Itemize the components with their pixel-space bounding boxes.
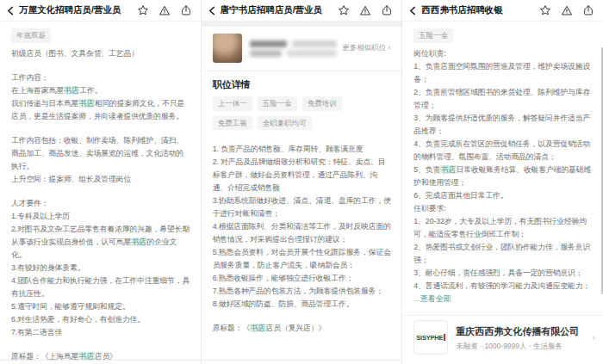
star-icon[interactable] xyxy=(137,4,149,16)
paragraph-gap xyxy=(11,339,190,350)
tag-pill: 全职兼职均可 xyxy=(258,116,312,131)
keyword-highlight: 书店 xyxy=(78,99,94,108)
tag-pill: 五险一金 xyxy=(258,96,297,111)
page-title: 唐宁书店招聘店员/营业员 xyxy=(221,4,339,16)
company-card[interactable]: SiSYPHE 重庆西西弗文化传播有限公司 未融资 · 1000-9999人 ·… xyxy=(402,316,603,364)
body-line: 6.对生活热爱，有好奇心，有创造力佳。 xyxy=(11,313,190,326)
header-icons xyxy=(539,4,594,16)
page-title: 万屋文化招聘店员/营业员 xyxy=(19,4,137,16)
body-line: 4、普通话流利，有较强的学习能力及沟通应变能力； xyxy=(413,280,593,293)
share-icon[interactable] xyxy=(582,4,594,16)
body-line: 2、热爱图书或文创行业，团队协作能力佳，服务意识强； xyxy=(413,241,593,267)
body-line: 8.做好区域的防盗、防损、商品管理工作。 xyxy=(213,298,392,311)
keyword-highlight: 书店 xyxy=(440,165,456,174)
body-line: 3.有较好的身体质素。 xyxy=(11,262,190,275)
company-meta: 未融资 · 1000-9999人 · 生活服务 xyxy=(456,342,589,352)
keyword-highlight: 书店 xyxy=(131,238,146,246)
paragraph-gap xyxy=(11,186,190,197)
tag-pill: 免费工装 xyxy=(213,116,252,131)
back-chevron-icon[interactable] xyxy=(208,6,217,15)
body-line: 岗位职责: xyxy=(413,47,593,60)
tag-row: 年底双薪 xyxy=(11,26,190,47)
body-line: 5.熟悉会员资料，对会员开展个性化跟踪服务，保证会员服务质量，防止客户流失，吸纳… xyxy=(213,246,392,272)
body-line: 2、负责所管辖区域图书的来货处理、陈列维护与库存管理； xyxy=(413,86,593,112)
tag-pill: 上一休一 xyxy=(213,96,252,111)
job-description: 五险一金 岗位职责:1、负责店面空间氛围的营造及管理，维护卖场设施设备；2、负责… xyxy=(402,22,603,305)
body-line: 2.对图书及文杂工艺品零售有着浓厚的兴趣，希望长期从事该行业实现自身价值，认可蔦… xyxy=(11,223,190,262)
chevron-right-icon: › xyxy=(592,332,595,342)
back-chevron-icon[interactable] xyxy=(408,6,418,15)
view-all-line: ...查看全部 xyxy=(413,293,593,305)
body-line: 6、完成店面其他日常工作。 xyxy=(413,189,593,202)
report-alert-icon[interactable] xyxy=(159,4,171,16)
body-line: 6.熟悉收银操作，能够独立进行收银工作； xyxy=(213,272,392,285)
header: 万屋文化招聘店员/营业员 xyxy=(0,0,201,22)
job-body-text: 岗位职责:1、负责店面空间氛围的营造及管理，维护卖场设施设备；2、负责所管辖区域… xyxy=(413,47,593,293)
header: 西西弗书店招聘收银 xyxy=(402,0,603,22)
body-line: 初级店员（图书、文具杂货、工艺品） xyxy=(11,47,190,60)
job-body-text: 1. 负责产品的销售额、库存周转、顾客满意度2. 对产品及品牌做细致分析和研究：… xyxy=(213,143,392,335)
star-icon[interactable] xyxy=(338,4,350,16)
publisher-card[interactable]: 更多相似职位 › xyxy=(202,27,402,71)
body-line: 5.遵守时间，能够遵守规则和规定。 xyxy=(11,300,190,313)
paragraph-gap xyxy=(213,311,392,322)
job-panel-tangning: 唐宁书店招聘店员/营业员 更多相似职位 › 职位详情 上一休一五险一金免费培训免… xyxy=(201,0,402,364)
keyword-highlight: 书店 xyxy=(250,324,265,332)
body-line: 工作内容： xyxy=(11,71,190,84)
report-alert-icon[interactable] xyxy=(561,4,573,16)
bottom-divider xyxy=(202,360,402,361)
view-all-link[interactable]: 查看全部 xyxy=(420,294,451,303)
page-title: 西西弗书店招聘收银 xyxy=(421,4,539,16)
report-alert-icon[interactable] xyxy=(359,4,371,16)
job-description: 年底双薪 初级店员（图书、文具杂货、工艺品）工作内容：在上海首家蔦屋书店工作。我… xyxy=(0,22,201,363)
body-line: 1、20-32岁，大专及以上学历，有无图书行业经验均可，能适应零售行业倒班工作制… xyxy=(413,215,593,241)
body-line: 4、负责完成所在管区的营促销任务，以及营促销活动的物料管理、氛围布置、活动商品的… xyxy=(413,138,593,163)
body-line: 我们传递与日本蔦屋书店相同的提案师文化，不只是店员，更是生活提案师，并向读者提供… xyxy=(11,97,190,123)
ellipsis: ... xyxy=(413,294,420,303)
tag-pill: 五险一金 xyxy=(413,28,453,43)
body-line: 人才要件： xyxy=(11,197,190,210)
body-line: 7.熟悉各种产品的包装方法，为顾客提供包装服务； xyxy=(213,285,392,298)
body-line: 在上海首家蔦屋书店工作。 xyxy=(11,84,190,97)
body-line: 3、为顾客提供舒适优质的服务，解答疑问并作适当产品推荐； xyxy=(413,112,593,138)
share-icon[interactable] xyxy=(381,4,393,16)
body-line: 2. 对产品及品牌做细致分析和研究：特征、卖点、目标客户群，做好会员资料管理，通… xyxy=(213,156,392,194)
job-body-text: 初级店员（图书、文具杂货、工艺品）工作内容：在上海首家蔦屋书店工作。我们传递与日… xyxy=(11,47,190,363)
chevron-right-icon: › xyxy=(389,43,391,52)
paragraph-gap xyxy=(11,60,190,71)
redacted-publisher-info xyxy=(250,38,337,59)
header-icons xyxy=(137,4,192,16)
bottom-divider xyxy=(0,360,201,361)
header-icons xyxy=(338,4,393,16)
benefit-tags: 上一休一五险一金免费培训免费工装全职兼职均可 xyxy=(213,96,392,134)
company-info: 重庆西西弗文化传播有限公司 未融资 · 1000-9999人 · 生活服务 xyxy=(456,323,589,352)
body-line: 原标题：《书店店员（复兴店）》 xyxy=(213,322,392,335)
body-line: 原标题：《上海蔦屋书店店员》 xyxy=(11,350,190,363)
keyword-highlight: 书店 xyxy=(78,352,94,361)
section-title: 职位详情 xyxy=(213,78,391,91)
back-chevron-icon[interactable] xyxy=(6,6,16,15)
body-line: 1、负责店面空间氛围的营造及管理，维护卖场设施设备； xyxy=(413,60,593,86)
body-line: 1. 负责产品的销售额、库存周转、顾客满意度 xyxy=(213,143,392,156)
share-icon[interactable] xyxy=(180,4,192,16)
keyword-highlight: 书店 xyxy=(64,86,79,95)
job-description: 1. 负责产品的销售额、库存周转、顾客满意度2. 对产品及品牌做细致分析和研究：… xyxy=(202,139,402,335)
body-line: 任职要求: xyxy=(413,202,593,215)
tag-pill: 免费培训 xyxy=(302,96,342,111)
tag-pill: 年底双薪 xyxy=(11,28,51,43)
avatar xyxy=(213,34,242,63)
body-line: 7.有第二语言佳 xyxy=(11,326,190,339)
body-line: 3、耐心仔细，责任感强烈，具备一定的营销意识； xyxy=(413,267,593,280)
body-line: 1.专科及以上学历 xyxy=(11,210,190,223)
star-icon[interactable] xyxy=(539,4,551,16)
sisyphe-logo: SiSYPHE xyxy=(413,320,448,355)
tag-row: 五险一金 xyxy=(413,26,593,47)
body-line: 3.协助系统部做好收进、清点、清退、盘库的工作，便于进行对账和清查； xyxy=(213,194,392,220)
body-line: 上升空间：提案师、组长及管理岗位 xyxy=(11,173,190,186)
more-similar-jobs-link[interactable]: 更多相似职位 › xyxy=(342,43,390,53)
job-panel-sisyphe: 西西弗书店招聘收银 五险一金 岗位职责:1、负责店面空间氛围的营造及管理，维护卖… xyxy=(401,0,603,364)
company-name: 重庆西西弗文化传播有限公司 xyxy=(456,326,579,336)
body-line: 工作内容包括：收银、制作卖场、陈列维护、清扫、商品加工、商品发送、卖场展览的运维… xyxy=(11,134,190,173)
body-line: 4.团队合作能力和执行能力强，在工作中注重细节，具有抗压性。 xyxy=(11,275,190,300)
paragraph-gap xyxy=(11,123,190,134)
